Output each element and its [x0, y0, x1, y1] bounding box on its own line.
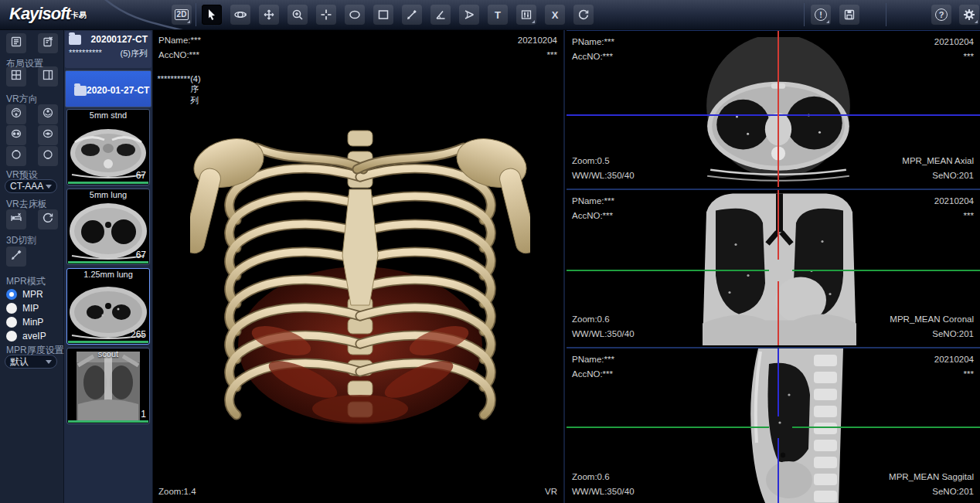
sagittal-crosshair-horizontal-green[interactable]: [567, 427, 769, 428]
mode-2d-button[interactable]: 2D: [172, 5, 192, 25]
vr-dir-inferior-button[interactable]: [38, 146, 58, 166]
settings-button[interactable]: [959, 5, 979, 25]
crosshair-tool-button[interactable]: [316, 5, 336, 25]
report-edit-button[interactable]: [38, 33, 58, 53]
sagittal-zoom-overlay: Zoom:0.6WW/WL:350/40: [572, 470, 635, 499]
vr-dir-left-button[interactable]: [6, 125, 26, 145]
vr-preset-select[interactable]: CT-AAA: [5, 179, 57, 193]
axial-series-overlay: MPR_MEAN AxialSeNO:201: [902, 154, 974, 183]
rect-roi-tool-button[interactable]: [373, 5, 393, 25]
coronal-series-overlay: MPR_MEAN CoronalSeNO:201: [890, 312, 974, 342]
gear-icon: [963, 8, 975, 21]
mpr-mode-option-mip[interactable]: MIP: [6, 302, 39, 314]
reset-view-tool-button[interactable]: [573, 5, 594, 25]
load-progress-bar: [68, 341, 148, 343]
text-annotation-tool-button[interactable]: T: [488, 5, 508, 25]
sagittal-patient-overlay: PName:***AccNO:***: [572, 352, 614, 382]
ellipse-icon: [349, 8, 361, 21]
coronal-crosshair-vertical-red[interactable]: [778, 281, 779, 345]
study-item-2020-01-27[interactable]: 2020-01-27-CT **********(4)序列: [65, 70, 151, 107]
vr-dir-superior-button[interactable]: [6, 146, 26, 166]
toolbar-separator: [196, 3, 196, 26]
chevron-down-icon: [46, 360, 52, 364]
mpr-mode-option-aveip[interactable]: aveIP: [6, 330, 46, 342]
series-thumbnail-5mm-stnd[interactable]: 5mm stnd 67: [66, 109, 150, 185]
mpr-column: PName:***AccNO:*** 20210204*** Zoom:0.5W…: [567, 29, 980, 503]
vr-dir-right-button[interactable]: [38, 125, 58, 145]
axial-study-overlay: 20210204***: [934, 35, 974, 64]
head-left-icon: [10, 127, 22, 143]
axial-zoom-overlay: Zoom:0.5WW/WL:350/40: [572, 154, 635, 183]
bed-reset-button[interactable]: [38, 209, 58, 229]
info-circle-icon: !: [815, 8, 827, 21]
folder-open-icon: [74, 86, 87, 96]
series-thumbnail-5mm-lung[interactable]: 5mm lung 67: [66, 189, 150, 265]
layout-right-panel-button[interactable]: [38, 66, 58, 87]
zoom-tool-button[interactable]: [288, 5, 308, 25]
angle-measure-tool-button[interactable]: [430, 5, 451, 25]
grid-layout-button[interactable]: [6, 66, 26, 87]
layout-report-button[interactable]: [6, 33, 26, 53]
ct-sagittal-slice-image: [735, 348, 859, 503]
pan-tool-button[interactable]: [259, 5, 279, 25]
sagittal-viewport[interactable]: PName:***AccNO:*** 20210204*** Zoom:0.6W…: [567, 347, 980, 503]
ellipse-roi-tool-button[interactable]: [345, 5, 365, 25]
window-level-icon: [520, 8, 533, 21]
toolbar-separator: [886, 3, 886, 26]
axial-crosshair-horizontal-blue[interactable]: [567, 114, 980, 116]
axial-patient-overlay: PName:***AccNO:***: [572, 35, 614, 64]
reset-rotate-icon: [42, 212, 54, 227]
vr-dir-posterior-button[interactable]: [38, 104, 58, 124]
mpr-thickness-select[interactable]: 默认: [5, 355, 57, 369]
folder-closed-icon: [69, 35, 81, 45]
vr-dir-anterior-button[interactable]: [6, 104, 26, 124]
coronal-crosshair-horizontal-green[interactable]: [567, 270, 769, 271]
rotate-3d-tool-button[interactable]: [230, 5, 250, 25]
head-inferior-icon: [42, 148, 54, 164]
mpr-mode-option-mpr[interactable]: MPR: [6, 288, 43, 301]
mpr-mode-option-minp[interactable]: MinP: [6, 316, 43, 328]
help-question-icon: ?: [935, 8, 948, 21]
axial-viewport[interactable]: PName:***AccNO:*** 20210204*** Zoom:0.5W…: [567, 29, 980, 187]
series-thumbnail-scout[interactable]: scout 1: [66, 348, 150, 424]
series-info-button[interactable]: !: [811, 5, 831, 25]
length-measure-tool-button[interactable]: [402, 5, 422, 25]
layout-split-icon: [42, 69, 54, 84]
axial-crosshair-vertical-red[interactable]: [778, 31, 779, 187]
load-progress-bar: [68, 420, 148, 423]
left-sidebar: 布局设置 VR方向 VR预设 CT-AAA VR去床板 3D切割 MPR模式 M…: [0, 29, 64, 503]
coronal-viewport[interactable]: PName:***AccNO:*** 20210204*** Zoom:0.6W…: [567, 189, 980, 345]
delete-x-icon: X: [552, 10, 559, 20]
series-thumbnail-125mm-lung[interactable]: 1.25mm lung 265: [66, 268, 150, 345]
coronal-study-overlay: 20210204***: [934, 194, 974, 223]
angle-icon: [434, 8, 447, 21]
coronal-patient-overlay: PName:***AccNO:***: [572, 194, 614, 223]
coronal-crosshair-horizontal-green[interactable]: [792, 270, 980, 271]
study-item-20200127[interactable]: 20200127-CT **********(5)序列: [65, 31, 151, 68]
sagittal-study-overlay: 20210204***: [934, 352, 974, 382]
vr-type-overlay: VR: [545, 484, 557, 499]
reset-rotate-icon: [577, 8, 590, 21]
sagittal-crosshair-vertical-blue[interactable]: [778, 348, 779, 416]
app-logo: Kayisoft卡易: [9, 4, 87, 24]
rectangle-icon: [377, 8, 390, 21]
help-button[interactable]: ?: [931, 5, 951, 25]
cut-3d-button[interactable]: [6, 246, 26, 267]
radio-selected-icon: [6, 289, 17, 300]
mpr-thickness-value: 默认: [10, 355, 29, 369]
window-level-tool-button[interactable]: [516, 5, 536, 25]
vr-3d-ribcage-render: [190, 119, 530, 437]
vr-study-overlay: 20210204***: [518, 33, 557, 63]
cobb-angle-tool-button[interactable]: [459, 5, 479, 25]
coronal-crosshair-vertical-red[interactable]: [778, 190, 779, 260]
crosshair-icon: [320, 8, 332, 21]
pointer-tool-button[interactable]: [202, 5, 222, 25]
vr-viewport[interactable]: PName:***AccNO:*** 20210204*** Zoom:1.4 …: [153, 29, 565, 503]
delete-annotation-tool-button[interactable]: X: [545, 5, 565, 25]
sagittal-crosshair-horizontal-green[interactable]: [792, 427, 980, 428]
vr-zoom-overlay: Zoom:1.4: [158, 484, 196, 499]
save-image-button[interactable]: [839, 5, 859, 25]
remove-bed-button[interactable]: [6, 209, 26, 229]
sagittal-crosshair-vertical-blue[interactable]: [778, 438, 779, 503]
toolbar-separator: [804, 3, 805, 26]
